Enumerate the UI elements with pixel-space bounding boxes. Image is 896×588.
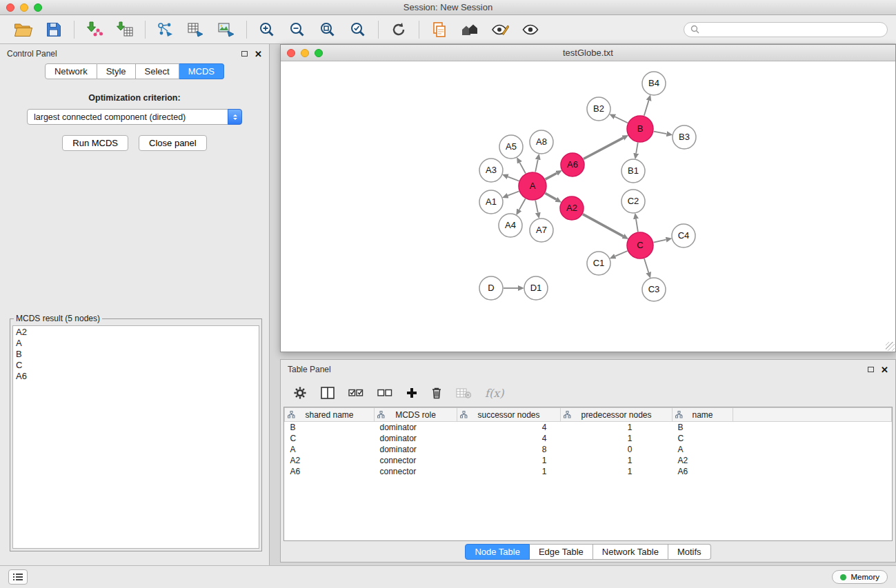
- table-row[interactable]: Bdominator41B: [285, 422, 892, 433]
- column-header-predecessor-nodes[interactable]: predecessor nodes: [561, 408, 673, 422]
- column-header-shared-name[interactable]: shared name: [285, 408, 375, 422]
- graph-node-B2[interactable]: B2: [587, 97, 610, 121]
- graph-node-A8[interactable]: A8: [530, 130, 553, 154]
- deselect-all-columns-button[interactable]: [377, 388, 392, 398]
- tab-mcds[interactable]: MCDS: [179, 63, 224, 79]
- graph-edge-A-A4[interactable]: [519, 199, 526, 210]
- annotation-visibility-button[interactable]: [485, 18, 515, 41]
- save-session-button[interactable]: [39, 18, 69, 41]
- tab-network-table[interactable]: Network Table: [593, 544, 668, 560]
- column-header-successor-nodes[interactable]: successor nodes: [457, 408, 561, 422]
- graph-edge-A-A7[interactable]: [535, 201, 538, 213]
- graph-node-A2[interactable]: A2: [560, 196, 584, 220]
- search-input[interactable]: [704, 25, 881, 34]
- resize-grip[interactable]: [886, 342, 895, 351]
- graph-edge-A-A2[interactable]: [545, 193, 556, 199]
- show-hide-button[interactable]: [515, 18, 546, 41]
- task-history-button[interactable]: [8, 569, 28, 585]
- graph-node-B[interactable]: B: [627, 116, 653, 142]
- node-table[interactable]: shared nameMCDS rolesuccessor nodesprede…: [283, 407, 893, 541]
- export-network-button[interactable]: [150, 18, 181, 41]
- export-table-button[interactable]: [181, 18, 211, 41]
- search-field[interactable]: [684, 22, 888, 37]
- tab-network[interactable]: Network: [45, 63, 97, 79]
- graph-node-A5[interactable]: A5: [499, 135, 523, 159]
- graph-node-A1[interactable]: A1: [479, 190, 503, 214]
- table-close-panel-icon[interactable]: ✕: [881, 365, 888, 374]
- graph-edge-A-A1[interactable]: [508, 192, 519, 196]
- mcds-result-item[interactable]: A6: [16, 371, 256, 382]
- import-network-button[interactable]: [79, 18, 110, 41]
- graph-edge-C-C1[interactable]: [615, 251, 628, 256]
- network-minimize-button[interactable]: [301, 49, 309, 57]
- graph-node-D1[interactable]: D1: [524, 276, 548, 300]
- graph-edge-A-A8[interactable]: [535, 159, 538, 172]
- tab-edge-table[interactable]: Edge Table: [530, 544, 593, 560]
- graph-edge-B-B1[interactable]: [636, 143, 638, 154]
- graph-edge-C-C4[interactable]: [654, 240, 666, 243]
- run-mcds-button[interactable]: Run MCDS: [62, 135, 128, 151]
- table-row[interactable]: A6connector11A6: [285, 466, 892, 477]
- graph-node-B1[interactable]: B1: [621, 159, 645, 183]
- criterion-dropdown[interactable]: largest connected component (directed): [27, 109, 242, 125]
- import-table-button[interactable]: [110, 18, 140, 41]
- network-canvas[interactable]: A5A8A3A1A4A7AA6A2BB2B4B3B1CC2C4C1C3DD1: [281, 61, 895, 352]
- graph-edge-A6-B[interactable]: [584, 138, 623, 159]
- graph-node-B4[interactable]: B4: [642, 72, 666, 95]
- network-close-button[interactable]: [287, 49, 295, 57]
- graph-edge-A-A3[interactable]: [508, 176, 519, 181]
- delete-column-button[interactable]: [431, 387, 442, 399]
- clone-network-button[interactable]: [424, 18, 455, 41]
- home-view-button[interactable]: [455, 18, 485, 41]
- zoom-selected-button[interactable]: [343, 18, 373, 41]
- table-row[interactable]: Adominator80A: [285, 444, 892, 455]
- graph-edge-A-A6[interactable]: [546, 173, 557, 179]
- graph-node-A[interactable]: A: [519, 172, 546, 200]
- memory-button[interactable]: Memory: [832, 570, 888, 584]
- refresh-layout-button[interactable]: [384, 18, 414, 41]
- float-panel-icon[interactable]: [241, 51, 248, 57]
- table-row[interactable]: Cdominator41C: [285, 433, 892, 444]
- network-zoom-button[interactable]: [315, 49, 323, 57]
- graph-node-A7[interactable]: A7: [530, 219, 553, 242]
- close-panel-icon[interactable]: ✕: [255, 50, 262, 59]
- zoom-window-button[interactable]: [34, 3, 42, 12]
- graph-node-C[interactable]: C: [627, 232, 653, 258]
- column-browser-button[interactable]: [321, 387, 335, 399]
- zoom-out-button[interactable]: [282, 18, 312, 41]
- graph-edge-B-B2[interactable]: [615, 116, 628, 123]
- graph-edge-A-A5[interactable]: [519, 163, 526, 174]
- graph-node-A4[interactable]: A4: [499, 214, 522, 237]
- column-header-MCDS-role[interactable]: MCDS role: [375, 408, 457, 422]
- zoom-in-button[interactable]: [252, 18, 282, 41]
- table-float-panel-icon[interactable]: [868, 367, 874, 372]
- graph-node-C2[interactable]: C2: [621, 190, 645, 213]
- graph-edge-A2-C[interactable]: [583, 214, 624, 236]
- minimize-window-button[interactable]: [20, 3, 28, 12]
- graph-edge-B-B3[interactable]: [654, 132, 667, 134]
- tab-select[interactable]: Select: [136, 63, 179, 79]
- graph-node-A3[interactable]: A3: [479, 159, 503, 182]
- close-window-button[interactable]: [6, 3, 14, 12]
- zoom-fit-button[interactable]: [312, 18, 343, 41]
- export-image-button[interactable]: [211, 18, 241, 41]
- graph-edge-C-C3[interactable]: [644, 258, 648, 272]
- graph-node-D[interactable]: D: [479, 276, 503, 300]
- tab-node-table[interactable]: Node Table: [465, 544, 530, 560]
- mcds-result-item[interactable]: A2: [16, 327, 256, 338]
- select-all-columns-button[interactable]: [348, 388, 364, 398]
- graph-node-A6[interactable]: A6: [561, 153, 584, 176]
- tab-motifs[interactable]: Motifs: [668, 544, 711, 560]
- graph-node-C4[interactable]: C4: [672, 224, 695, 247]
- graph-node-B3[interactable]: B3: [673, 125, 696, 149]
- table-settings-button[interactable]: [293, 386, 307, 400]
- graph-edge-C-C2[interactable]: [636, 219, 638, 232]
- graph-node-C1[interactable]: C1: [587, 252, 610, 275]
- mcds-result-item[interactable]: A: [16, 338, 256, 349]
- graph-node-C3[interactable]: C3: [642, 278, 666, 301]
- table-row[interactable]: A2connector11A2: [285, 455, 892, 466]
- open-session-button[interactable]: [8, 18, 39, 41]
- graph-edge-B-B4[interactable]: [644, 101, 649, 116]
- network-graph[interactable]: A5A8A3A1A4A7AA6A2BB2B4B3B1CC2C4C1C3DD1: [281, 61, 895, 352]
- add-column-button[interactable]: [406, 387, 417, 398]
